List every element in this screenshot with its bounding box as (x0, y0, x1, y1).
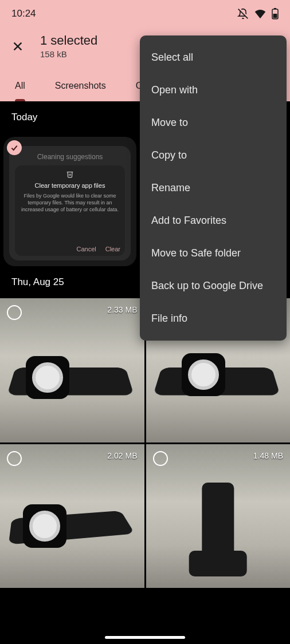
selected-size: 158 kB (40, 49, 97, 59)
tab-screenshots[interactable]: Screenshots (40, 74, 121, 101)
file-size-label: 1.48 MB (253, 451, 283, 460)
menu-move-to[interactable]: Move to (140, 106, 287, 139)
file-size-label: 2.33 MB (107, 305, 137, 314)
thumbnail-photo[interactable]: 2.02 MB (0, 444, 144, 588)
status-time: 10:24 (11, 8, 36, 19)
notifications-off-icon (237, 8, 249, 19)
close-icon[interactable] (11, 40, 24, 53)
status-icons (237, 8, 279, 19)
selection-check-icon[interactable] (7, 305, 22, 320)
menu-open-with[interactable]: Open with (140, 74, 287, 106)
screenshot-preview: Cleaning suggestions Clear temporary app… (3, 137, 136, 266)
menu-add-favorites[interactable]: Add to Favorites (140, 204, 287, 237)
menu-move-safe-folder[interactable]: Move to Safe folder (140, 237, 287, 270)
dialog-body: Files by Google would like to clear some… (19, 192, 120, 213)
svg-rect-2 (274, 8, 276, 9)
nav-handle[interactable] (105, 636, 185, 639)
dialog-heading: Clear temporary app files (35, 182, 105, 189)
menu-copy-to[interactable]: Copy to (140, 139, 287, 172)
thumbnail-screenshot[interactable]: Cleaning suggestions Clear temporary app… (0, 133, 144, 266)
dialog-bar-title: Cleaning suggestions (15, 151, 125, 165)
menu-rename[interactable]: Rename (140, 172, 287, 204)
navigation-bar (0, 630, 290, 644)
thumbnail-photo[interactable]: 2.33 MB (0, 298, 144, 442)
svg-rect-3 (273, 14, 277, 18)
menu-select-all[interactable]: Select all (140, 41, 287, 74)
file-size-label: 2.02 MB (107, 451, 137, 460)
menu-backup-drive[interactable]: Back up to Google Drive (140, 270, 287, 302)
selection-check-icon[interactable] (7, 140, 22, 155)
thumbnail-photo[interactable]: 1.48 MB (146, 444, 291, 588)
selected-count: 1 selected (40, 33, 97, 48)
wifi-icon (254, 9, 266, 19)
dialog-cancel: Cancel (76, 246, 96, 252)
trash-icon (66, 170, 74, 180)
header-text: 1 selected 158 kB (40, 33, 97, 59)
battery-icon (272, 8, 279, 19)
selection-check-icon[interactable] (153, 451, 168, 466)
menu-file-info[interactable]: File info (140, 302, 287, 335)
tab-all[interactable]: All (0, 74, 40, 101)
grid-aug25: 2.33 MB 2.02 MB 1.48 MB (0, 298, 290, 588)
overflow-menu: Select all Open with Move to Copy to Ren… (140, 35, 287, 341)
selection-check-icon[interactable] (7, 451, 22, 466)
status-bar: 10:24 (0, 0, 290, 27)
dialog-clear: Clear (105, 246, 120, 252)
